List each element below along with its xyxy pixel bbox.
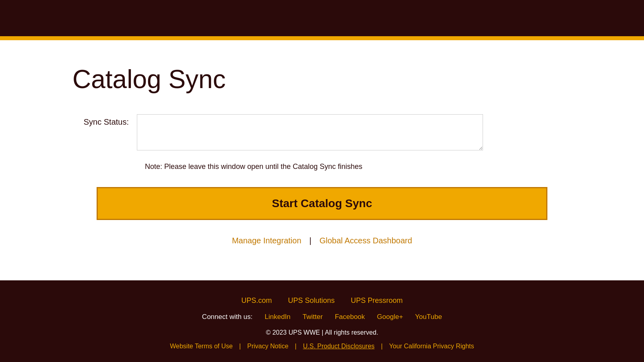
note-text: Note: Please leave this window open unti… xyxy=(145,162,572,171)
footer: UPS.com UPS Solutions UPS Pressroom Conn… xyxy=(0,280,644,362)
sync-status-label: Sync Status: xyxy=(72,114,137,127)
footer-legal-privacy[interactable]: Privacy Notice xyxy=(247,343,288,350)
sync-status-textarea[interactable] xyxy=(137,114,483,150)
footer-social-linkedin[interactable]: LinkedIn xyxy=(265,313,291,321)
manage-integration-link[interactable]: Manage Integration xyxy=(232,236,301,245)
page-title: Catalog Sync xyxy=(72,64,572,94)
footer-nav-ups-com[interactable]: UPS.com xyxy=(241,296,272,305)
footer-legal-disclosures[interactable]: U.S. Product Disclosures xyxy=(303,343,375,350)
footer-social: Connect with us: LinkedIn Twitter Facebo… xyxy=(0,313,644,321)
links-separator: | xyxy=(310,236,312,245)
global-access-dashboard-link[interactable]: Global Access Dashboard xyxy=(320,236,412,245)
footer-social-label: Connect with us: xyxy=(202,313,253,321)
footer-legal: Website Terms of Use | Privacy Notice | … xyxy=(0,343,644,350)
footer-copyright: © 2023 UPS WWE | All rights reserved. xyxy=(0,329,644,336)
footer-legal-sep-2: | xyxy=(295,343,297,350)
header xyxy=(0,0,644,36)
sync-status-row: Sync Status: xyxy=(72,114,572,150)
footer-social-youtube[interactable]: YouTube xyxy=(415,313,442,321)
footer-social-twitter[interactable]: Twitter xyxy=(303,313,323,321)
footer-legal-sep-1: | xyxy=(239,343,241,350)
footer-legal-sep-3: | xyxy=(381,343,383,350)
start-catalog-sync-button[interactable]: Start Catalog Sync xyxy=(97,187,547,220)
footer-social-googleplus[interactable]: Google+ xyxy=(377,313,403,321)
links-row: Manage Integration | Global Access Dashb… xyxy=(72,236,572,245)
footer-social-facebook[interactable]: Facebook xyxy=(335,313,365,321)
footer-nav: UPS.com UPS Solutions UPS Pressroom xyxy=(0,296,644,305)
footer-legal-terms[interactable]: Website Terms of Use xyxy=(170,343,233,350)
footer-legal-california[interactable]: Your California Privacy Rights xyxy=(389,343,474,350)
footer-nav-ups-pressroom[interactable]: UPS Pressroom xyxy=(351,296,403,305)
main-content: Catalog Sync Sync Status: Note: Please l… xyxy=(0,40,644,280)
gold-bar xyxy=(0,36,644,40)
footer-nav-ups-solutions[interactable]: UPS Solutions xyxy=(288,296,334,305)
